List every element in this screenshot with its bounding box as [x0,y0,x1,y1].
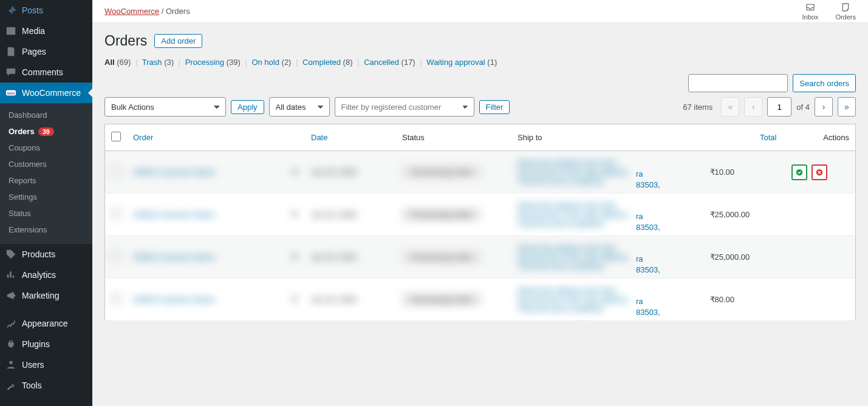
row-checkbox[interactable] [111,209,121,218]
breadcrumb: WooCommerce / Orders [104,7,190,16]
users-icon [5,359,17,370]
products-icon [5,249,17,260]
bulk-actions-select[interactable]: Bulk Actions [104,97,226,117]
filter-button[interactable]: Filter [479,100,510,114]
order-link[interactable]: #0000 Customer Name [133,210,214,219]
approve-button[interactable] [791,164,807,180]
filter-trash[interactable]: Trash [142,58,162,67]
ship-to-visible-1: ra [636,169,643,178]
filter-completed[interactable]: Completed [302,58,341,67]
status-badge: Processing order [402,250,481,264]
col-status: Status [396,124,511,151]
pager-first[interactable]: « [721,97,739,117]
table-row[interactable]: #0000 Customer Name 👁 Jan 00, 0000 Proce… [105,194,856,236]
marketing-icon [5,290,17,301]
row-checkbox[interactable] [111,251,121,261]
order-link[interactable]: #0000 Customer Name [133,167,214,177]
breadcrumb-current: Orders [166,7,190,16]
col-actions: Actions [783,124,856,151]
filter-all[interactable]: All [104,58,115,67]
reject-button[interactable] [812,164,827,180]
col-order[interactable]: Order [127,124,285,151]
comments-icon [5,67,17,78]
table-row[interactable]: #0000 Customer Name 👁 Jan 00, 0000 Proce… [105,236,856,279]
breadcrumb-parent[interactable]: WooCommerce [104,7,159,16]
date-filter-select[interactable]: All dates [269,97,330,117]
sidebar-item-posts[interactable]: Posts [0,0,92,21]
order-total: ₹80.00 [704,279,783,321]
sidebar-item-marketing[interactable]: Marketing [0,285,92,306]
order-total: ₹25,000.00 [704,194,783,236]
select-all-checkbox[interactable] [111,132,121,141]
subitem-customers[interactable]: Customers [0,156,92,172]
sidebar-item-users[interactable]: Users [0,354,92,375]
inbox-icon [804,2,816,12]
sidebar-item-tools[interactable]: Tools [0,375,92,396]
sidebar-item-media[interactable]: Media [0,21,92,41]
sidebar-item-appearance[interactable]: Appearance [0,313,92,334]
subitem-settings[interactable]: Settings [0,189,92,205]
subitem-orders[interactable]: Orders 39 [0,123,92,140]
subitem-extensions[interactable]: Extensions [0,222,92,238]
subitem-status[interactable]: Status [0,205,92,222]
search-input[interactable] [688,74,788,92]
orders-table: Order Date Status Ship to Total Actions … [104,124,856,321]
subitem-reports[interactable]: Reports [0,172,92,189]
top-inbox-button[interactable]: Inbox [802,2,818,21]
page-title: Orders [104,33,147,49]
subitem-dashboard[interactable]: Dashboard [0,107,92,123]
filter-processing[interactable]: Processing [185,58,224,67]
sidebar-item-woocommerce[interactable]: woo WooCommerce [0,83,92,103]
woocommerce-submenu: Dashboard Orders 39 Coupons Customers Re… [0,103,92,244]
col-shipto: Ship to [511,124,704,151]
pager-total: of 4 [796,103,810,112]
row-checkbox[interactable] [111,294,121,303]
preview-icon[interactable]: 👁 [291,252,299,262]
filter-cancelled[interactable]: Cancelled [364,58,399,67]
ship-to-visible-2: 83503, [636,180,660,189]
plugins-icon [5,339,17,350]
apply-button[interactable]: Apply [231,100,264,114]
col-total[interactable]: Total [704,124,783,151]
items-count: 67 items [683,103,713,112]
order-date: Jan 00, 0000 [311,252,357,262]
preview-icon[interactable]: 👁 [291,295,299,304]
filter-waiting-approval[interactable]: Waiting approval [426,58,485,67]
ship-to-visible-1: ra [636,297,643,306]
col-date[interactable]: Date [305,124,396,151]
pager-prev[interactable]: ‹ [744,97,762,117]
search-orders-button[interactable]: Search orders [793,74,856,92]
filter-on-hold[interactable]: On hold [251,58,279,67]
customer-filter-select[interactable]: Filter by registered customer [335,97,474,117]
table-row[interactable]: #0000 Customer Name 👁 Jan 00, 0000 Proce… [105,151,856,194]
pager-last[interactable]: » [838,97,856,117]
sidebar-item-plugins[interactable]: Plugins [0,334,92,354]
ship-to-visible-2: 83503, [636,308,660,317]
sidebar-item-products[interactable]: Products [0,244,92,265]
media-icon [5,25,17,36]
top-orders-button[interactable]: Orders [835,2,856,21]
sidebar-item-pages[interactable]: Pages [0,41,92,62]
add-order-button[interactable]: Add order [154,34,202,48]
subitem-coupons[interactable]: Coupons [0,140,92,156]
status-badge: Processing order [402,208,481,222]
order-total: ₹25,000.00 [704,236,783,279]
sidebar-item-comments[interactable]: Comments [0,62,92,83]
order-link[interactable]: #0000 Customer Name [133,252,214,262]
sidebar-item-analytics[interactable]: Analytics [0,265,92,285]
ship-to-visible-2: 83503, [636,265,660,274]
ship-to-visible-1: ra [636,254,643,263]
pages-icon [5,46,17,57]
pager-next[interactable]: › [815,97,833,117]
row-checkbox[interactable] [111,166,121,176]
pager-current-input[interactable] [767,97,791,117]
woocommerce-icon: woo [5,87,17,98]
order-link[interactable]: #0000 Customer Name [133,295,214,304]
order-total: ₹10.00 [704,151,783,194]
preview-icon[interactable]: 👁 [291,167,299,177]
ship-to-address: Street line address text hereSecond line… [518,286,698,313]
orders-count-badge: 39 [38,127,54,136]
table-row[interactable]: #0000 Customer Name 👁 Jan 00, 0000 Proce… [105,279,856,321]
tools-icon [5,380,17,391]
preview-icon[interactable]: 👁 [291,210,299,219]
